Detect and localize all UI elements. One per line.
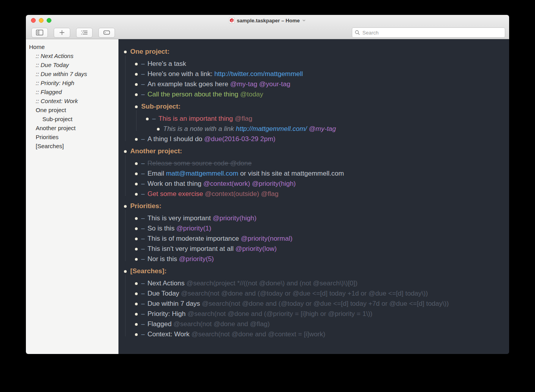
search-input[interactable] xyxy=(352,27,505,38)
item-handle[interactable] xyxy=(135,183,138,185)
task-row[interactable]: –Work on that thing @context(work) @prio… xyxy=(118,179,509,189)
item-handle[interactable] xyxy=(135,138,138,141)
item-handle[interactable] xyxy=(157,128,160,131)
task-row[interactable]: –Email matt@mattgemmell.com or visit his… xyxy=(118,169,509,179)
task-text: Call the person about the thing @today xyxy=(147,91,263,98)
sidebar-item-sub-project[interactable]: Sub-project xyxy=(26,114,118,123)
indent-guide xyxy=(125,210,126,261)
task-row[interactable]: –A thing I should do @due(2016-03-29 2pm… xyxy=(118,134,509,144)
close-button[interactable] xyxy=(31,18,36,23)
window-chrome: sample.taskpaper – Home xyxy=(26,15,509,39)
text-segment: @search(not @done and @context = [i]work… xyxy=(191,330,325,338)
task-text: An example task goes here @my-tag @your-… xyxy=(147,80,290,88)
item-handle[interactable] xyxy=(135,162,138,165)
task-row[interactable]: –An example task goes here @my-tag @your… xyxy=(118,79,509,89)
item-handle[interactable] xyxy=(135,238,138,240)
sidebar-item-next-actions[interactable]: :: Next Actions xyxy=(26,51,118,60)
item-handle[interactable] xyxy=(135,292,138,295)
editor[interactable]: One project:–Here's a task–Here's one wi… xyxy=(118,39,509,354)
task-row[interactable]: –Context: Work @search(not @done and @co… xyxy=(118,329,509,339)
item-handle[interactable] xyxy=(124,270,127,273)
outline-button[interactable] xyxy=(76,28,93,38)
task-dash: – xyxy=(141,280,145,287)
sidebar-item-due-within-7-days[interactable]: :: Due within 7 days xyxy=(26,69,118,78)
sidebar-item-searches[interactable]: [Searches] xyxy=(26,142,118,151)
task-row[interactable]: –Here's one with a link: http://twitter.… xyxy=(118,69,509,79)
task-row[interactable]: –Release some source code @done xyxy=(118,158,509,169)
project-row[interactable]: One project: xyxy=(118,47,509,57)
text-segment: This is a note with a link xyxy=(163,125,236,132)
task-row[interactable]: –Nor is this @priority(5) xyxy=(118,254,509,264)
titlebar[interactable]: sample.taskpaper – Home xyxy=(26,15,509,26)
project-row[interactable]: Another project: xyxy=(118,146,509,156)
item-handle[interactable] xyxy=(135,193,138,196)
plus-icon xyxy=(58,29,66,36)
item-handle[interactable] xyxy=(135,323,138,326)
item-handle[interactable] xyxy=(135,313,138,316)
item-handle[interactable] xyxy=(124,51,127,53)
task-text: Email matt@mattgemmell.com or visit his … xyxy=(147,170,344,178)
task-dash: – xyxy=(141,331,145,338)
sidebar-item-one-project[interactable]: One project xyxy=(26,105,118,114)
sidebar-item-flagged[interactable]: :: Flagged xyxy=(26,87,118,96)
sidebar-item-priority-high[interactable]: :: Priority: High xyxy=(26,78,118,87)
new-item-button[interactable] xyxy=(54,28,70,38)
text-segment: Another project: xyxy=(130,147,182,155)
item-handle[interactable] xyxy=(135,63,138,65)
item-handle[interactable] xyxy=(146,118,149,120)
item-handle[interactable] xyxy=(135,83,138,86)
task-row[interactable]: –This isn't very important at all @prior… xyxy=(118,244,509,254)
task-row[interactable]: –Next Actions @search(project *//((not @… xyxy=(118,278,509,289)
task-dash: – xyxy=(141,81,145,88)
text-segment: [Searches]: xyxy=(130,267,167,275)
task-row[interactable]: –Priority: High @search(not @done and (@… xyxy=(118,309,509,319)
task-row[interactable]: –Due Today @search(not @done and (@today… xyxy=(118,289,509,299)
sidebar-toggle-button[interactable] xyxy=(31,28,48,38)
task-row[interactable]: –This is an important thing @flag xyxy=(118,114,509,124)
item-handle[interactable] xyxy=(135,333,138,336)
tag-button[interactable] xyxy=(98,28,115,38)
project-row[interactable]: [Searches]: xyxy=(118,266,509,276)
task-row[interactable]: –Due within 7 days @search(not @done and… xyxy=(118,299,509,309)
task-row[interactable]: –Call the person about the thing @today xyxy=(118,89,509,100)
sidebar-item-priorities[interactable]: Priorities xyxy=(26,132,118,142)
project-text: Another project: xyxy=(130,147,182,155)
project-row[interactable]: Priorities: xyxy=(118,201,509,211)
sidebar-item-due-today[interactable]: :: Due Today xyxy=(26,60,118,69)
item-handle[interactable] xyxy=(135,248,138,250)
task-row[interactable]: –This is of moderate importance @priorit… xyxy=(118,234,509,244)
tag: @today xyxy=(238,91,263,98)
item-handle[interactable] xyxy=(135,258,138,261)
item-handle[interactable] xyxy=(135,282,138,285)
tag: @my-tag xyxy=(307,125,336,132)
item-handle[interactable] xyxy=(124,150,127,153)
link[interactable]: http://twitter.com/mattgemmell xyxy=(214,70,303,78)
task-row[interactable]: –Here's a task xyxy=(118,59,509,69)
tag: @my-tag @your-tag xyxy=(230,80,291,88)
title-chevron-icon[interactable] xyxy=(302,18,306,22)
link[interactable]: http://mattgemmell.com/ xyxy=(236,125,307,132)
sidebar-item-context-work[interactable]: :: Context: Work xyxy=(26,96,118,105)
item-handle[interactable] xyxy=(135,93,138,96)
item-handle[interactable] xyxy=(135,105,138,108)
task-dash: – xyxy=(141,245,145,252)
note-row[interactable]: This is a note with a link http://mattge… xyxy=(118,124,509,134)
zoom-button[interactable] xyxy=(47,18,51,23)
item-handle[interactable] xyxy=(135,227,138,230)
task-row[interactable]: –Flagged @search(not @done and @flag) xyxy=(118,319,509,329)
task-row[interactable]: –So is this @priority(1) xyxy=(118,223,509,234)
task-row[interactable]: –This is very important @priority(high) xyxy=(118,213,509,223)
task-row[interactable]: –Get some exercise @context(outside) @fl… xyxy=(118,189,509,199)
sidebar-item-home[interactable]: Home xyxy=(26,42,118,51)
text-segment: An example task goes here xyxy=(147,80,230,88)
link[interactable]: matt@mattgemmell.com xyxy=(166,170,238,177)
project-row[interactable]: Sub-project: xyxy=(118,102,509,112)
item-handle[interactable] xyxy=(135,217,138,220)
item-handle[interactable] xyxy=(135,303,138,305)
minimize-button[interactable] xyxy=(39,18,44,23)
text-segment: @search(not @done and (@today or @due <=… xyxy=(202,300,449,307)
item-handle[interactable] xyxy=(124,205,127,208)
item-handle[interactable] xyxy=(135,172,138,175)
item-handle[interactable] xyxy=(135,73,138,76)
sidebar-item-another-project[interactable]: Another project xyxy=(26,123,118,132)
